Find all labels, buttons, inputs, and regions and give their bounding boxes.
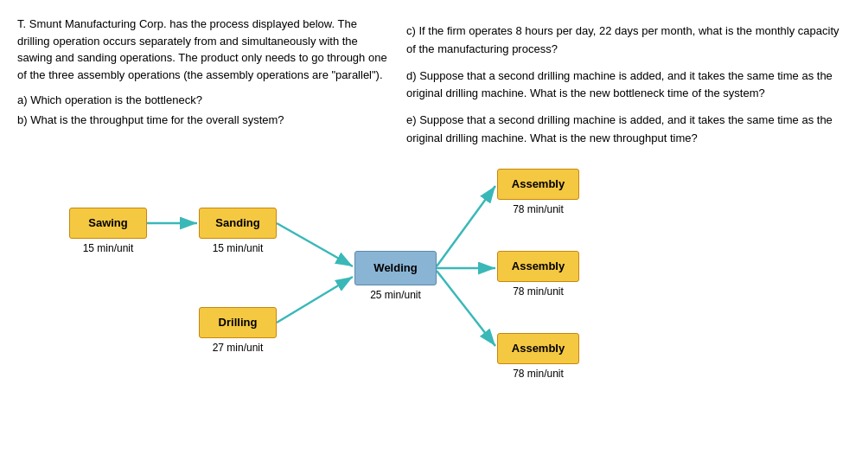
- sanding-box: Sanding: [199, 208, 277, 239]
- question-c: c) If the firm operates 8 hours per day,…: [406, 22, 851, 59]
- right-column: c) If the firm operates 8 hours per day,…: [406, 16, 851, 394]
- svg-line-2: [277, 223, 353, 266]
- drilling-time: 27 min/unit: [199, 342, 277, 354]
- assembly2-box: Assembly: [497, 251, 579, 282]
- assembly1-time: 78 min/unit: [497, 203, 579, 215]
- left-column: T. Smunt Manufacturing Corp. has the pro…: [17, 16, 389, 394]
- svg-line-3: [277, 277, 353, 323]
- assembly3-time: 78 min/unit: [497, 368, 579, 380]
- question-e: e) Suppose that a second drilling machin…: [406, 112, 851, 148]
- process-diagram: Sawing 15 min/unit Sanding 15 min/unit D…: [17, 138, 389, 394]
- sanding-time: 15 min/unit: [199, 242, 277, 254]
- assembly1-box: Assembly: [497, 169, 579, 200]
- welding-time: 25 min/unit: [354, 289, 437, 301]
- left-questions: a) Which operation is the bottleneck? b)…: [17, 92, 389, 130]
- right-questions: c) If the firm operates 8 hours per day,…: [406, 22, 851, 148]
- drilling-box: Drilling: [199, 307, 277, 338]
- sawing-time: 15 min/unit: [69, 242, 147, 254]
- arrows-svg: [17, 138, 389, 394]
- page: T. Smunt Manufacturing Corp. has the pro…: [0, 0, 868, 402]
- welding-box: Welding: [354, 251, 437, 285]
- question-b: b) What is the throughput time for the o…: [17, 112, 389, 130]
- intro-text: T. Smunt Manufacturing Corp. has the pro…: [17, 16, 389, 83]
- sawing-box: Sawing: [69, 208, 147, 239]
- assembly2-time: 78 min/unit: [497, 285, 579, 298]
- assembly3-box: Assembly: [497, 333, 579, 364]
- question-d: d) Suppose that a second drilling machin…: [406, 67, 851, 104]
- question-a: a) Which operation is the bottleneck?: [17, 92, 389, 110]
- intro-paragraph: T. Smunt Manufacturing Corp. has the pro…: [17, 16, 389, 83]
